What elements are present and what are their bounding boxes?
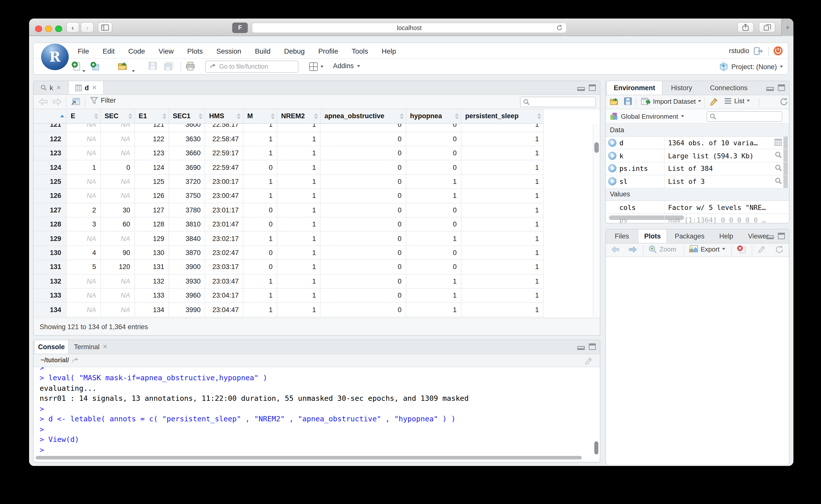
console-hscrollbar[interactable] bbox=[36, 456, 582, 459]
refresh-plots-icon[interactable] bbox=[775, 245, 784, 254]
close-window-button[interactable] bbox=[35, 25, 42, 32]
clear-plots-icon[interactable] bbox=[757, 245, 766, 254]
environment-item-ps.ints[interactable]: ps.intsList of 384 bbox=[606, 162, 789, 175]
nav-forward-icon[interactable] bbox=[52, 97, 63, 107]
address-bar[interactable]: localhost bbox=[252, 22, 567, 33]
addins-dropdown[interactable]: Addins bbox=[333, 62, 360, 70]
column-rownames[interactable] bbox=[34, 109, 67, 123]
column-header-SEC1[interactable]: SEC1 bbox=[169, 109, 205, 123]
column-header-apnea_obstructive[interactable]: apnea_obstructive bbox=[321, 109, 406, 123]
sidebar-toggle-button[interactable] bbox=[98, 22, 112, 33]
table-row-124[interactable]: 12410124369022:59:4701001 bbox=[34, 161, 543, 175]
scope-label[interactable]: Global Environment bbox=[621, 112, 678, 120]
browser-back-button[interactable]: ‹ bbox=[66, 22, 79, 33]
open-in-new-window-icon[interactable] bbox=[71, 97, 81, 106]
import-dataset-dropdown[interactable]: Import Dataset bbox=[641, 97, 701, 105]
zoom-plot-button[interactable]: Zoom bbox=[649, 245, 676, 254]
expand-icon[interactable] bbox=[608, 139, 617, 147]
tab-connections[interactable]: Connections bbox=[701, 81, 757, 94]
export-plot-dropdown[interactable]: Export bbox=[689, 245, 725, 253]
column-header-SEC[interactable]: SEC bbox=[100, 109, 135, 123]
column-header-M[interactable]: M bbox=[243, 109, 277, 123]
maximize-pane-icon[interactable] bbox=[589, 343, 596, 350]
table-search-input[interactable] bbox=[520, 96, 596, 107]
quit-session-icon[interactable] bbox=[773, 46, 783, 56]
environment-item-k[interactable]: kLarge list (594.3 Kb) bbox=[606, 150, 789, 163]
environment-search-input[interactable] bbox=[707, 111, 782, 122]
menu-session[interactable]: Session bbox=[217, 47, 242, 55]
table-row-134[interactable]: 134NANA134399023:04:4711011 bbox=[34, 303, 543, 317]
minimize-pane-icon[interactable] bbox=[577, 344, 585, 350]
table-row-123[interactable]: 123NANA123366022:59:1711001 bbox=[34, 146, 543, 161]
reload-icon[interactable] bbox=[556, 25, 563, 31]
inspect-icon[interactable] bbox=[775, 177, 782, 184]
clear-environment-icon[interactable] bbox=[709, 97, 718, 106]
table-row-130[interactable]: 130490130387023:02:4701001 bbox=[34, 246, 543, 260]
share-button[interactable] bbox=[737, 22, 754, 33]
maximize-pane-icon[interactable] bbox=[589, 84, 596, 91]
project-menu[interactable]: R Project: (None) bbox=[719, 59, 783, 75]
inspect-icon[interactable] bbox=[775, 152, 782, 159]
table-row-128[interactable]: 128360128381023:01:4701001 bbox=[34, 217, 543, 232]
menu-file[interactable]: File bbox=[78, 47, 89, 55]
open-file-button[interactable] bbox=[118, 62, 128, 71]
minimize-pane-icon[interactable] bbox=[766, 234, 774, 239]
refresh-environment-icon[interactable] bbox=[779, 97, 788, 106]
goto-dir-icon[interactable] bbox=[72, 357, 79, 363]
environment-item-ps[interactable]: psnum [1:1364] 0 0 0 0 0 … bbox=[606, 214, 789, 223]
browser-forward-button[interactable]: › bbox=[81, 22, 94, 33]
load-workspace-icon[interactable] bbox=[610, 97, 620, 105]
nav-back-icon[interactable] bbox=[38, 97, 49, 107]
expand-icon[interactable] bbox=[608, 178, 617, 186]
sign-out-icon[interactable] bbox=[754, 47, 764, 55]
new-file-button[interactable] bbox=[72, 62, 80, 71]
tab-overview-button[interactable] bbox=[759, 22, 775, 33]
new-file-dropdown[interactable] bbox=[82, 65, 85, 74]
tab-k[interactable]: k✕ bbox=[34, 81, 68, 94]
column-header-persistent_sleep[interactable]: persistent_sleep bbox=[461, 109, 543, 123]
environment-item-d[interactable]: d1364 obs. of 10 varia… bbox=[606, 137, 789, 150]
environment-item-cols[interactable]: colsFactor w/ 5 levels "NRE… bbox=[606, 201, 789, 214]
column-header-E[interactable]: E bbox=[67, 109, 100, 123]
tab-d[interactable]: d✕ bbox=[68, 81, 104, 94]
remove-plot-icon[interactable] bbox=[737, 245, 746, 254]
minimize-window-button[interactable] bbox=[45, 25, 52, 32]
table-row-127[interactable]: 127230127378023:01:1701001 bbox=[34, 203, 543, 217]
minimize-pane-icon[interactable] bbox=[766, 86, 774, 91]
console-output[interactable]: >> leval( "MASK mask-if=apnea_obstructiv… bbox=[34, 367, 595, 455]
plot-back-icon[interactable] bbox=[610, 245, 621, 254]
maximize-pane-icon[interactable] bbox=[778, 233, 785, 239]
menu-edit[interactable]: Edit bbox=[102, 47, 115, 55]
console-vscrollbar[interactable] bbox=[594, 441, 598, 454]
panes-layout-button[interactable] bbox=[309, 62, 324, 71]
column-header-hypopnea[interactable]: hypopnea bbox=[406, 109, 461, 123]
save-all-button[interactable] bbox=[164, 62, 173, 71]
table-row-122[interactable]: 122NANA122363022:58:4711001 bbox=[34, 132, 543, 146]
save-workspace-icon[interactable] bbox=[624, 97, 632, 105]
table-row-126[interactable]: 126NANA126375023:00:4711011 bbox=[34, 189, 543, 203]
menu-plots[interactable]: Plots bbox=[187, 47, 203, 55]
new-tab-button[interactable]: + bbox=[781, 19, 793, 36]
tab-console[interactable]: Console bbox=[34, 340, 69, 354]
table-row-121[interactable]: 121NANA121360022:58:1711001 bbox=[34, 123, 543, 132]
menu-code[interactable]: Code bbox=[128, 47, 145, 55]
filter-button[interactable]: Filter bbox=[90, 97, 116, 104]
save-button[interactable] bbox=[148, 62, 157, 70]
clear-console-icon[interactable] bbox=[584, 356, 593, 365]
menu-profile[interactable]: Profile bbox=[318, 47, 338, 55]
table-vertical-scrollbar[interactable] bbox=[593, 124, 599, 317]
table-row-132[interactable]: 132NANA132393023:03:4711011 bbox=[34, 274, 543, 289]
minimize-pane-icon[interactable] bbox=[577, 85, 585, 91]
table-row-133[interactable]: 133NANA133396023:04:1711011 bbox=[34, 289, 543, 303]
tab-packages[interactable]: Packages bbox=[668, 229, 712, 243]
goto-file-search[interactable]: Go to file/function bbox=[205, 61, 298, 73]
environment-item-sl[interactable]: slList of 3 bbox=[606, 175, 789, 188]
tab-files[interactable]: Files bbox=[606, 229, 638, 243]
column-header-E1[interactable]: E1 bbox=[135, 109, 169, 123]
table-row-125[interactable]: 125NANA125372023:00:1711011 bbox=[34, 175, 543, 189]
column-header-NREM2[interactable]: NREM2 bbox=[277, 109, 321, 123]
open-file-dropdown[interactable] bbox=[132, 65, 135, 74]
zoom-window-button[interactable] bbox=[55, 25, 62, 32]
menu-debug[interactable]: Debug bbox=[284, 47, 305, 55]
expand-icon[interactable] bbox=[608, 165, 617, 173]
